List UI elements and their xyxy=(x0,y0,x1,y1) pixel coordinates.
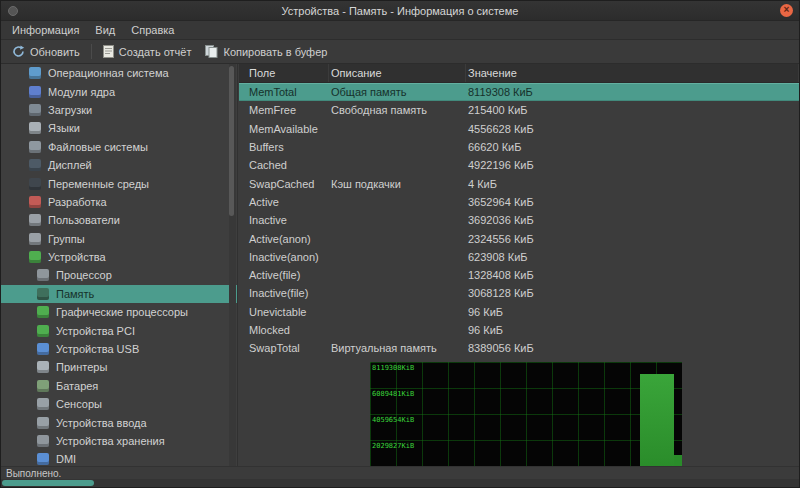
sidebar-item-label: Сенсоры xyxy=(56,398,102,410)
sidebar-item-label: Языки xyxy=(48,122,80,134)
table-cell: 215400 КиБ xyxy=(466,104,799,116)
table-cell: MemFree xyxy=(239,104,329,116)
sidebar-item-label: Устройства PCI xyxy=(56,325,135,337)
column-header-description[interactable]: Описание xyxy=(329,64,466,82)
development-icon xyxy=(29,196,41,208)
refresh-button[interactable]: Обновить xyxy=(5,43,87,60)
sidebar-item-gpus[interactable]: Графические процессоры xyxy=(1,303,237,321)
app-window: Устройства - Память - Информация о систе… xyxy=(0,0,800,488)
table-row[interactable]: Inactive3692036 КиБ xyxy=(239,211,799,229)
sidebar-item-storage[interactable]: Устройства хранения xyxy=(1,432,237,450)
sidebar-item-label: Память xyxy=(56,288,94,300)
refresh-label: Обновить xyxy=(30,46,80,58)
sidebar-item-dmi[interactable]: DMI xyxy=(1,450,237,466)
sidebar-item-development[interactable]: Разработка xyxy=(1,193,237,211)
table-row[interactable]: Mlocked96 КиБ xyxy=(239,321,799,339)
sidebar-item-pci[interactable]: Устройства PCI xyxy=(1,321,237,339)
sidebar-item-sensors[interactable]: Сенсоры xyxy=(1,395,237,413)
table-cell: 8389056 КиБ xyxy=(466,342,799,354)
close-button[interactable]: × xyxy=(780,4,793,17)
sidebar-item-filesystems[interactable]: Файловые системы xyxy=(1,138,237,156)
table-cell: Свободная память xyxy=(329,104,466,116)
sidebar: Операционная системаМодули ядраЗагрузкиЯ… xyxy=(1,64,238,466)
cpu-icon xyxy=(37,269,49,281)
sidebar-item-env-vars[interactable]: Переменные среды xyxy=(1,174,237,192)
table-cell: 66620 КиБ xyxy=(466,141,799,153)
table-row[interactable]: Inactive(file)3068128 КиБ xyxy=(239,284,799,302)
sidebar-item-processor[interactable]: Процессор xyxy=(1,266,237,284)
table-cell: SwapCached xyxy=(239,178,329,190)
refresh-icon xyxy=(12,45,25,58)
sidebar-item-label: Пользователи xyxy=(48,214,120,226)
sidebar-item-groups[interactable]: Группы xyxy=(1,230,237,248)
generate-report-button[interactable]: Создать отчёт xyxy=(96,43,199,60)
table-row[interactable]: MemFreeСвободная память215400 КиБ xyxy=(239,101,799,119)
horizontal-scrollbar-thumb[interactable] xyxy=(2,480,94,486)
table-cell: Unevictable xyxy=(239,306,329,318)
table-cell: 4 КиБ xyxy=(466,178,799,190)
sidebar-item-label: Дисплей xyxy=(48,159,92,171)
toolbar: Обновить Создать отчёт Копировать xyxy=(1,40,799,64)
sidebar-item-input[interactable]: Устройства ввода xyxy=(1,413,237,431)
table-cell: MemAvailable xyxy=(239,123,329,135)
table-row[interactable]: Cached4922196 КиБ xyxy=(239,156,799,174)
horizontal-scrollbar-track[interactable] xyxy=(1,479,799,487)
sidebar-item-display[interactable]: Дисплей xyxy=(1,156,237,174)
table-cell: Inactive(file) xyxy=(239,287,329,299)
memory-icon xyxy=(37,288,49,300)
table-row[interactable]: Active3652964 КиБ xyxy=(239,193,799,211)
table-row[interactable]: MemAvailable4556628 КиБ xyxy=(239,120,799,138)
table-row[interactable]: Buffers66620 КиБ xyxy=(239,138,799,156)
gpu-icon xyxy=(37,306,49,318)
input-icon xyxy=(37,417,49,429)
table-cell: Active xyxy=(239,196,329,208)
usb-icon xyxy=(37,343,49,355)
table-row[interactable]: Inactive(anon)623908 КиБ xyxy=(239,248,799,266)
table-row[interactable]: Active(file)1328408 КиБ xyxy=(239,266,799,284)
table-cell: Mlocked xyxy=(239,324,329,336)
menu-information[interactable]: Информация xyxy=(4,22,87,38)
table-row[interactable]: SwapCachedКэш подкачки4 КиБ xyxy=(239,174,799,192)
table-cell: Кэш подкачки xyxy=(329,178,466,190)
table-cell: 8119308 КиБ xyxy=(466,86,799,98)
table-row[interactable]: MemTotalОбщая память8119308 КиБ xyxy=(239,83,799,101)
graph-filled-area xyxy=(640,374,674,468)
sidebar-item-memory[interactable]: Память xyxy=(1,285,237,303)
sidebar-item-devices[interactable]: Устройства xyxy=(1,248,237,266)
sidebar-item-printers[interactable]: Принтеры xyxy=(1,358,237,376)
sidebar-item-label: Принтеры xyxy=(56,361,107,373)
sidebar-item-label: Устройства хранения xyxy=(56,435,165,447)
table-cell: Cached xyxy=(239,159,329,171)
sidebar-item-label: Загрузки xyxy=(48,104,92,116)
sidebar-item-boots[interactable]: Загрузки xyxy=(1,101,237,119)
sidebar-item-label: Группы xyxy=(48,233,85,245)
groups-icon xyxy=(29,233,41,245)
sidebar-item-usb[interactable]: Устройства USB xyxy=(1,340,237,358)
table-header: Поле Описание Значение xyxy=(239,64,799,83)
menu-help[interactable]: Справка xyxy=(123,22,182,38)
table-row[interactable]: Active(anon)2324556 КиБ xyxy=(239,229,799,247)
sidebar-item-battery[interactable]: Батарея xyxy=(1,377,237,395)
sidebar-item-label: Переменные среды xyxy=(48,178,149,190)
sidebar-scrollbar-track[interactable] xyxy=(229,64,236,466)
table-row[interactable]: Unevictable96 КиБ xyxy=(239,303,799,321)
table-cell: 3692036 КиБ xyxy=(466,214,799,226)
sidebar-item-users[interactable]: Пользователи xyxy=(1,211,237,229)
sidebar-item-languages[interactable]: Языки xyxy=(1,119,237,137)
copy-to-clipboard-button[interactable]: Копировать в буфер xyxy=(198,43,334,60)
boot-icon xyxy=(29,104,41,116)
menu-view[interactable]: Вид xyxy=(87,22,123,38)
table-row[interactable]: SwapTotalВиртуальная память8389056 КиБ xyxy=(239,339,799,357)
sidebar-scrollbar-thumb[interactable] xyxy=(229,66,234,216)
table-cell: 4922196 КиБ xyxy=(466,159,799,171)
sidebar-list: Операционная системаМодули ядраЗагрузкиЯ… xyxy=(1,64,237,466)
sidebar-item-os[interactable]: Операционная система xyxy=(1,64,237,82)
details-panel: Поле Описание Значение MemTotalОбщая пам… xyxy=(239,64,799,466)
statusbar: Выполнено. xyxy=(1,466,799,479)
sensor-icon xyxy=(37,398,49,410)
table-cell: Виртуальная память xyxy=(329,342,466,354)
sidebar-item-kernel-modules[interactable]: Модули ядра xyxy=(1,82,237,100)
column-header-value[interactable]: Значение xyxy=(466,64,799,82)
toolbar-separator xyxy=(91,44,92,59)
column-header-field[interactable]: Поле xyxy=(239,64,329,82)
